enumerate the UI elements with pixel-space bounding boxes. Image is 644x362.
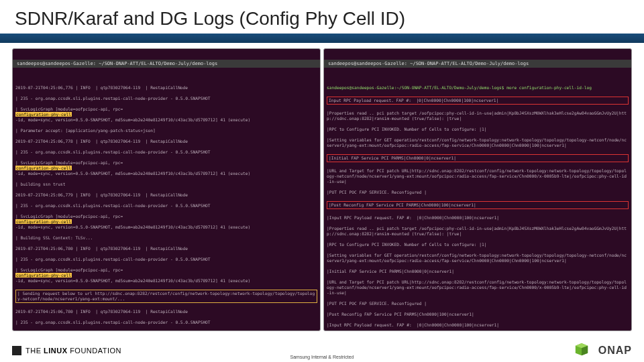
log-line: |Properties read .. pci patch target /oo… xyxy=(327,111,629,121)
log-line: |Setting variables for GET operation/res… xyxy=(327,253,629,263)
lf-square-icon xyxy=(12,346,21,355)
shell-prompt: sandeepos@sandeepos-Gazelle:~/SON-ONAP-A… xyxy=(327,85,629,90)
log-line: |Setting variables for GET operation/res… xyxy=(327,137,629,148)
log-line: | 235 - org.onap.ccsdk.sli.plugins.resta… xyxy=(15,320,317,325)
log-line: | 235 - org.onap.ccsdk.sli.plugins.resta… xyxy=(15,203,317,208)
karaf-log-terminal: sandeepos@sandeepos-Gazelle: ~/SON-ONAP-… xyxy=(12,48,321,331)
log-line: 2019-07-21T04:25:06,780 | INFO | qtp7830… xyxy=(15,309,317,314)
terminal-tab-right: sandeepos@sandeepos-Gazelle: ~/SON-ONAP-… xyxy=(324,60,631,68)
log-line: | 235 - org.onap.ccsdk.sli.plugins.resta… xyxy=(15,96,317,101)
security-label: Samsung Internal & Restricted xyxy=(0,355,644,359)
log-line: |Initial FAP Service PCI PARMS|Chn0000|0… xyxy=(327,269,629,274)
callout-post-reconfig: |Post Reconfig FAP Service PCI PARMS|Chn… xyxy=(327,201,629,209)
callout-url: | Sending request below to url http://sd… xyxy=(15,290,317,303)
log-line: 2019-07-21T04:25:06,779 | INFO | qtp7830… xyxy=(15,192,317,198)
highlight-rpc: configuration-phy-cell xyxy=(15,273,72,278)
log-line: |Properties read .. pci patch target /oo… xyxy=(327,226,629,237)
log-line: | building ssn trust xyxy=(15,182,317,187)
log-line: |URL and Target for PCI patch URL|http:/… xyxy=(327,168,629,184)
log-line: |RPC to Configure PCI INVOKED. Number of… xyxy=(327,242,629,247)
log-line: -id, mode=sync, version=0.5.0-SNAPSHOT, … xyxy=(15,171,317,176)
header-bar xyxy=(0,34,644,43)
log-line: |PUT PCI POC FAP SERVICE. Reconfigured | xyxy=(327,190,629,195)
log-line: -id, mode=sync, version=0.5.0-SNAPSHOT, … xyxy=(15,225,317,230)
log-line: |RPC to Configure PCI INVOKED. Number of… xyxy=(327,127,629,132)
log-line: -id, mode=sync, version=0.5.0-SNAPSHOT, … xyxy=(15,117,317,123)
log-line: | Building SSL Context: TLSv... xyxy=(15,235,317,241)
dg-log-terminal: sandeepos@sandeepos-Gazelle: ~/SON-ONAP-… xyxy=(323,48,632,331)
lf-prefix: THE xyxy=(25,347,42,355)
log-line: | SvcLogicGraph [module=oofpcipoc-api, r… xyxy=(15,107,317,112)
log-line: |Input RPC Payload request. FAP #: |0|Ch… xyxy=(327,215,629,221)
log-line: | Parameter accept: [application/yang-pa… xyxy=(15,128,317,133)
log-line: | SvcLogicGraph [module=oofpcipoc-api, r… xyxy=(15,267,317,273)
log-line: | 235 - org.onap.ccsdk.sli.plugins.resta… xyxy=(15,149,317,155)
log-line: | 235 - org.onap.ccsdk.sli.plugins.resta… xyxy=(15,257,317,262)
log-line: -id, mode=sync, version=0.5.0-SNAPSHOT, … xyxy=(15,278,317,284)
log-line: | SvcLogicGraph [module=oofpcipoc-api, r… xyxy=(15,160,317,166)
terminal-tab-left: sandeepos@sandeepos-Gazelle: ~/SON-ONAP-… xyxy=(13,60,320,68)
log-line: 2019-07-21T04:25:06,778 | INFO | qtp7830… xyxy=(15,139,317,144)
lf-main: LINUX xyxy=(44,347,68,355)
highlight-rpc: configuration-phy-cell xyxy=(15,166,72,170)
lf-suffix: FOUNDATION xyxy=(70,347,121,355)
log-line: |PUT PCI POC FAP SERVICE. Reconfigured | xyxy=(327,301,629,306)
callout-initial-parms: |Initial FAP Service PCI PARMS|Chn0000|0… xyxy=(327,154,629,162)
page-title: SDNR/Karaf and DG Logs (Config Phy Cell … xyxy=(0,0,644,34)
log-line: |Post Reconfig FAP Service PCI PARMS|Chn… xyxy=(327,312,629,317)
callout-input-rpc: Input RPC Payload request. FAP #: |0|Chn… xyxy=(327,97,629,105)
terminals-row: sandeepos@sandeepos-Gazelle: ~/SON-ONAP-… xyxy=(0,43,644,331)
highlight-rpc: configuration-phy-cell xyxy=(15,112,72,117)
linux-foundation-logo: THE LINUX FOUNDATION xyxy=(12,346,121,355)
log-line: | SvcLogicGraph [module=oofpcipoc-api, r… xyxy=(15,214,317,219)
log-line: 2019-07-21T04:25:06,776 | INFO | qtp7830… xyxy=(15,85,317,90)
highlight-rpc: configuration-phy-cell xyxy=(15,219,72,224)
log-line: |Input RPC Payload request. FAP #: |0|Ch… xyxy=(327,322,629,328)
log-line: 2019-07-21T04:25:06,780 | INFO | qtp7830… xyxy=(15,246,317,251)
log-line: |URL and Target for PCI patch URL|http:/… xyxy=(327,280,629,296)
